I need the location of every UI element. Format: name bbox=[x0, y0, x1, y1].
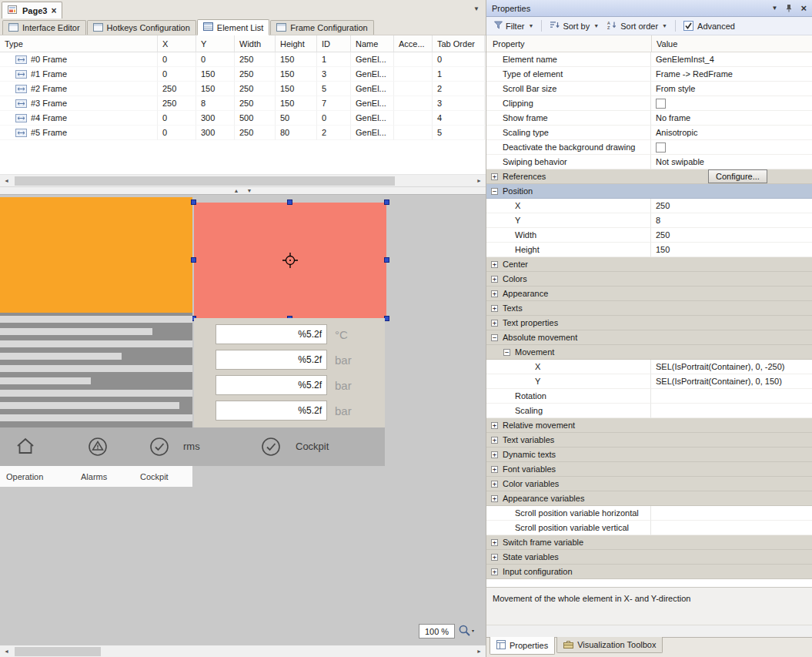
red-frame-selected[interactable] bbox=[194, 203, 386, 318]
collapse-icon[interactable]: − bbox=[491, 334, 498, 341]
property-row[interactable]: X250 bbox=[486, 199, 812, 213]
expand-icon[interactable]: + bbox=[491, 539, 498, 546]
nav-toolbar-frame[interactable]: rms Cockpit bbox=[0, 427, 385, 466]
property-row[interactable]: Height150 bbox=[486, 243, 812, 257]
expand-icon[interactable]: + bbox=[491, 422, 498, 429]
property-row[interactable]: Show frameNo frame bbox=[486, 111, 812, 126]
selection-handle[interactable] bbox=[384, 257, 389, 263]
splitter-down-icon[interactable]: ▼ bbox=[247, 188, 252, 193]
tab-element-list[interactable]: Element List bbox=[197, 19, 270, 35]
format-text-field[interactable]: %5.2f bbox=[216, 324, 327, 344]
property-row[interactable]: Y8 bbox=[486, 213, 812, 228]
expand-icon[interactable]: + bbox=[491, 437, 498, 444]
expand-icon[interactable]: + bbox=[491, 290, 498, 297]
zoom-icon[interactable]: ▾ bbox=[458, 624, 474, 637]
property-row[interactable]: +Relative movement bbox=[486, 418, 812, 433]
property-row[interactable]: +Texts bbox=[486, 301, 812, 316]
nav-label-strip[interactable]: OperationAlarmsCockpit bbox=[0, 466, 192, 487]
property-row[interactable]: +Appearance bbox=[486, 287, 812, 301]
tab-properties[interactable]: Properties bbox=[490, 637, 555, 655]
tab-frame-configuration[interactable]: Frame Configuration bbox=[270, 20, 373, 35]
property-value-cell[interactable]: From style bbox=[651, 82, 812, 96]
table-row[interactable]: #5 Frame0300250802GenEl...5 bbox=[0, 126, 486, 140]
column-header[interactable]: X bbox=[158, 35, 196, 52]
property-row[interactable]: +Input configuration bbox=[486, 565, 812, 579]
checkbox-unchecked[interactable] bbox=[656, 142, 666, 153]
expand-icon[interactable]: + bbox=[491, 495, 498, 502]
property-row[interactable]: YSEL(IsPortrait(Container), 0, 150) bbox=[486, 374, 812, 389]
selection-handle[interactable] bbox=[191, 199, 196, 205]
property-value-cell[interactable]: 250 bbox=[651, 199, 812, 213]
scroll-right-icon[interactable]: ► bbox=[473, 175, 486, 187]
column-header[interactable]: Name bbox=[351, 35, 394, 52]
canvas-hscrollbar[interactable]: ◄ ► bbox=[0, 645, 486, 657]
property-row[interactable]: Clipping bbox=[486, 96, 812, 111]
expand-icon[interactable]: + bbox=[491, 554, 498, 561]
checkbox-checked[interactable] bbox=[683, 21, 693, 31]
property-row[interactable]: +Text properties bbox=[486, 316, 812, 330]
property-row[interactable]: +Text variables bbox=[486, 433, 812, 447]
column-header[interactable]: Type bbox=[0, 35, 158, 52]
table-row[interactable]: #2 Frame2501502501505GenEl...2 bbox=[0, 82, 486, 96]
format-text-field[interactable]: %5.2f bbox=[216, 350, 327, 370]
field-panel[interactable]: %5.2f°C%5.2fbar%5.2fbar%5.2fbar bbox=[194, 318, 385, 427]
property-row[interactable]: +Color variables bbox=[486, 477, 812, 491]
table-row[interactable]: #0 Frame002501501GenEl...0 bbox=[0, 52, 486, 67]
property-row[interactable]: Type of elementFrame -> RedFrame bbox=[486, 67, 812, 82]
expand-icon[interactable]: + bbox=[491, 466, 498, 473]
selection-handle[interactable] bbox=[191, 257, 196, 263]
advanced-checkbox[interactable]: Advanced bbox=[680, 21, 735, 31]
orange-frame[interactable] bbox=[0, 197, 192, 313]
property-row[interactable]: Scroll position variable horizontal bbox=[486, 506, 812, 521]
sort-order-button[interactable]: AZ Sort order ▼ bbox=[604, 19, 670, 32]
visualization-canvas[interactable]: %5.2f°C%5.2fbar%5.2fbar%5.2fbar rms Cock… bbox=[0, 195, 486, 645]
property-value-cell[interactable] bbox=[651, 140, 812, 155]
property-column-header[interactable]: Property bbox=[486, 35, 651, 52]
property-row[interactable]: Deactivate the background drawing bbox=[486, 140, 812, 155]
pin-icon[interactable] bbox=[785, 4, 793, 12]
splitter-up-icon[interactable]: ▲ bbox=[234, 188, 239, 193]
table-row[interactable]: #4 Frame0300500500GenEl...4 bbox=[0, 111, 486, 126]
collapse-icon[interactable]: − bbox=[491, 188, 498, 195]
tab-page3[interactable]: Page3 × bbox=[2, 2, 62, 18]
value-column-header[interactable]: Value bbox=[651, 35, 812, 52]
zoom-level[interactable]: 100 % bbox=[419, 624, 455, 639]
scrollbar-thumb[interactable] bbox=[15, 176, 395, 186]
configure-button[interactable]: Configure... bbox=[708, 169, 767, 183]
property-row[interactable]: Width250 bbox=[486, 228, 812, 243]
sort-by-button[interactable]: Sort by ▼ bbox=[546, 19, 602, 32]
close-panel-icon[interactable]: × bbox=[800, 3, 807, 13]
property-value-cell[interactable]: 8 bbox=[651, 213, 812, 228]
property-row[interactable]: Rotation bbox=[486, 389, 812, 404]
selection-handle[interactable] bbox=[384, 199, 389, 205]
property-value-cell[interactable]: No frame bbox=[651, 111, 812, 126]
tab-visualization-toolbox[interactable]: Visualization Toolbox bbox=[556, 637, 663, 653]
format-text-field[interactable]: %5.2f bbox=[216, 375, 327, 395]
scroll-right-icon[interactable]: ► bbox=[473, 645, 486, 657]
property-value-cell[interactable] bbox=[651, 96, 812, 111]
property-value-cell[interactable]: Frame -> RedFrame bbox=[651, 67, 812, 82]
table-hscrollbar[interactable]: ◄ ► bbox=[0, 174, 486, 186]
stripe-panel[interactable] bbox=[0, 313, 192, 427]
expand-icon[interactable]: + bbox=[491, 305, 498, 312]
expand-icon[interactable]: + bbox=[491, 276, 498, 283]
horizontal-splitter[interactable]: ▲ ▼ bbox=[0, 186, 486, 195]
column-header[interactable]: ID bbox=[317, 35, 351, 52]
expand-icon[interactable]: + bbox=[491, 481, 498, 488]
tab-hotkeys-configuration[interactable]: Hotkeys Configuration bbox=[87, 20, 196, 35]
property-row[interactable]: XSEL(IsPortrait(Container), 0, -250) bbox=[486, 360, 812, 374]
property-row[interactable]: +Font variables bbox=[486, 462, 812, 477]
close-tab-icon[interactable]: × bbox=[51, 6, 56, 15]
property-row[interactable]: −Movement bbox=[486, 345, 812, 360]
scrollbar-track[interactable] bbox=[13, 645, 473, 657]
table-row[interactable]: #3 Frame25082501507GenEl...3 bbox=[0, 96, 486, 111]
property-row[interactable]: +Colors bbox=[486, 272, 812, 287]
expand-icon[interactable]: + bbox=[491, 261, 498, 268]
scrollbar-track[interactable] bbox=[13, 175, 473, 187]
expand-icon[interactable]: + bbox=[491, 451, 498, 458]
expand-icon[interactable]: + bbox=[491, 173, 498, 180]
column-header[interactable]: Acce... bbox=[394, 35, 433, 52]
property-row[interactable]: +State variables bbox=[486, 550, 812, 565]
property-row[interactable]: Scroll Bar sizeFrom style bbox=[486, 82, 812, 96]
property-row[interactable]: Scroll position variable vertical bbox=[486, 521, 812, 535]
